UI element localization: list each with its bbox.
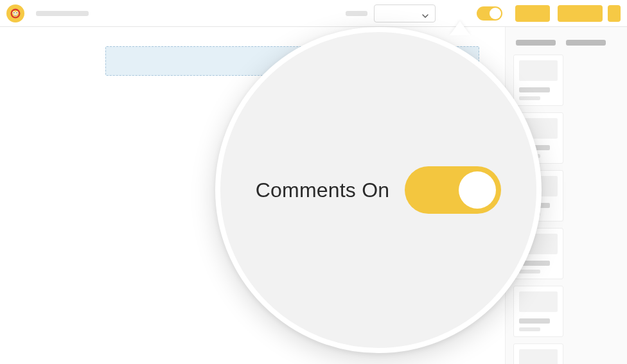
- svg-point-5: [16, 12, 17, 13]
- toolbar-button-split-caret[interactable]: [608, 5, 621, 22]
- comments-toggle-mini[interactable]: [477, 6, 502, 21]
- toolbar-button-split-main[interactable]: [558, 5, 603, 22]
- toolbar-button-split: [554, 5, 621, 22]
- side-panel-tab-1[interactable]: [516, 40, 556, 46]
- top-toolbar: [0, 0, 627, 27]
- toolbar-title-placeholder: [36, 11, 89, 16]
- chevron-down-icon: [422, 10, 428, 17]
- svg-point-4: [13, 12, 15, 13]
- monkey-face-icon: [10, 8, 21, 19]
- toolbar-select[interactable]: [374, 4, 436, 22]
- callout-pointer: [450, 21, 470, 35]
- toggle-knob: [490, 8, 501, 19]
- side-panel-tab-2[interactable]: [566, 40, 606, 46]
- toolbar-label-placeholder: [346, 11, 367, 16]
- toggle-knob: [459, 171, 496, 209]
- comments-toggle[interactable]: [405, 166, 501, 214]
- panel-card[interactable]: [513, 343, 563, 364]
- panel-card[interactable]: [513, 55, 563, 106]
- zoom-callout: Comments On: [215, 27, 542, 353]
- app-logo[interactable]: [6, 4, 24, 22]
- toolbar-button-primary[interactable]: [515, 5, 550, 22]
- panel-card[interactable]: [513, 286, 563, 337]
- comments-toggle-label: Comments On: [256, 178, 389, 202]
